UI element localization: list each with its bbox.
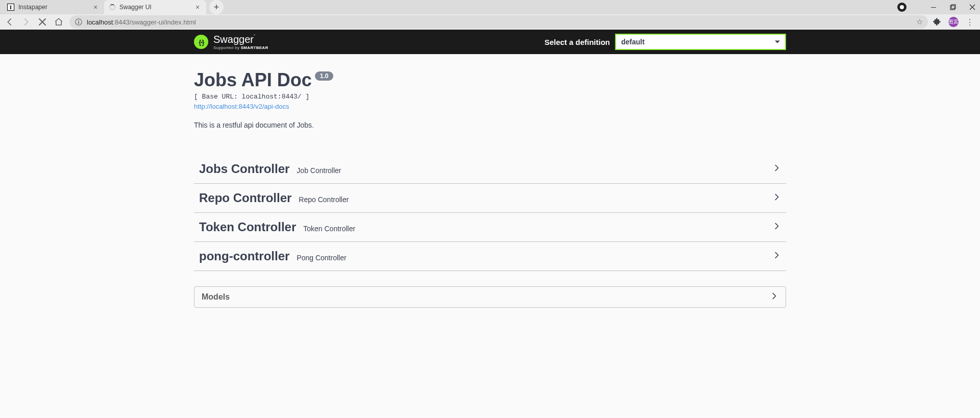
chevron-right-icon [773,193,781,203]
extensions-icon[interactable] [933,17,941,27]
tag-name: Repo Controller [199,191,291,205]
api-header: Jobs API Doc 1.0 [ Base URL: localhost:8… [194,69,786,129]
url-host: localhost [87,18,113,26]
home-button[interactable] [53,16,64,28]
favicon-instapaper: I [7,4,14,11]
new-tab-button[interactable]: + [209,0,224,14]
extensions-area: 图宾 ⋮ [933,17,976,27]
tag-description: Repo Controller [299,195,349,204]
shields-icon[interactable] [897,3,906,12]
tab-strip: I Instapaper × Swagger UI × + ─ [0,0,980,14]
swagger-mark-icon: {··} [194,35,208,49]
page-viewport[interactable]: {··} Swagger® Supported by SMARTBEAR Sel… [0,30,980,418]
close-tab-icon[interactable]: × [194,4,201,11]
definition-selector: Select a definition default [545,34,786,50]
browser-chrome: I Instapaper × Swagger UI × + ─ [0,0,980,30]
definition-label: Select a definition [545,38,610,46]
chevron-right-icon [770,292,778,302]
chevron-right-icon [773,222,781,232]
chevron-right-icon [773,251,781,261]
models-title: Models [202,292,230,302]
swagger-logo[interactable]: {··} Swagger® Supported by SMARTBEAR [194,34,268,50]
models-section: Models [194,286,786,308]
tag-description: Pong Controller [297,254,346,262]
back-button[interactable] [4,16,15,28]
models-header[interactable]: Models [194,287,786,307]
chevron-right-icon [773,164,781,174]
minimize-window-icon[interactable]: ─ [929,3,938,12]
tag-name: Token Controller [199,220,296,234]
api-version-badge: 1.0 [315,71,334,81]
swagger-brand-text: Swagger [213,34,254,45]
profile-avatar[interactable]: 图宾 [948,17,959,27]
api-docs-link[interactable]: http://localhost:8443/v2/api-docs [194,103,289,110]
swagger-content: Jobs API Doc 1.0 [ Base URL: localhost:8… [194,54,786,338]
url-port: :8443 [113,18,130,26]
browser-menu-icon[interactable]: ⋮ [966,17,974,27]
swagger-sub-brand: Supported by SMARTBEAR [213,45,268,50]
omnibox[interactable]: localhost:8443/swagger-ui/index.html ☆ [69,15,928,29]
svg-rect-0 [950,6,954,10]
close-tab-icon[interactable]: × [92,4,99,11]
svg-point-3 [78,20,79,21]
tag-name: pong-controller [199,249,289,263]
close-window-icon[interactable] [968,3,977,12]
definition-select[interactable]: default [615,34,786,50]
bookmark-star-icon[interactable]: ☆ [916,17,923,27]
tag-description: Token Controller [303,225,355,233]
tab-title: Instapaper [18,4,88,11]
favicon-loading-icon [109,4,115,10]
tags-section: Jobs Controller Job Controller Repo Cont… [194,155,786,271]
tab-title: Swagger UI [119,4,190,11]
maximize-window-icon[interactable] [948,3,958,12]
tag-jobs-controller[interactable]: Jobs Controller Job Controller [194,155,786,184]
api-description: This is a restful api document of Jobs. [194,121,786,129]
url-path: /swagger-ui/index.html [130,18,196,26]
tag-name: Jobs Controller [199,162,289,176]
forward-button[interactable] [20,16,32,28]
tag-repo-controller[interactable]: Repo Controller Repo Controller [194,184,786,213]
address-bar: localhost:8443/swagger-ui/index.html ☆ 图… [0,14,980,30]
svg-rect-1 [951,5,955,9]
api-title: Jobs API Doc [194,69,312,91]
url-text: localhost:8443/swagger-ui/index.html [87,18,196,26]
swagger-topbar: {··} Swagger® Supported by SMARTBEAR Sel… [0,30,980,54]
browser-tab-instapaper[interactable]: I Instapaper × [2,0,104,14]
stop-reload-button[interactable] [37,16,48,28]
browser-tab-swagger[interactable]: Swagger UI × [104,0,206,14]
tag-token-controller[interactable]: Token Controller Token Controller [194,213,786,242]
api-base-url: [ Base URL: localhost:8443/ ] [194,93,786,101]
tag-pong-controller[interactable]: pong-controller Pong Controller [194,242,786,271]
site-info-icon[interactable] [75,18,83,26]
window-controls: ─ [897,0,977,14]
svg-rect-4 [78,21,79,24]
tag-description: Job Controller [297,166,341,175]
